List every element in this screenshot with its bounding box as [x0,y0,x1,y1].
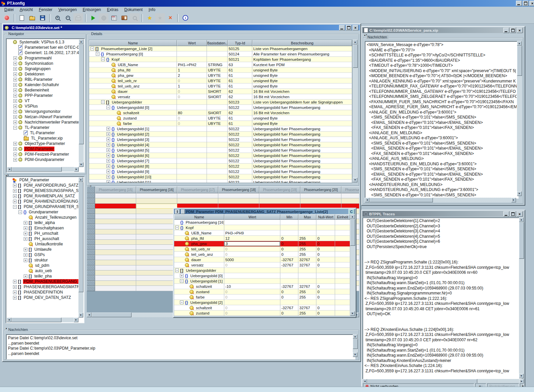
star-insert-button[interactable]: ★ [155,13,165,23]
sheet-cell[interactable] [95,224,136,229]
details-row[interactable]: +{}Uebergangsbild [4]50122Uebergangsbild… [89,142,352,148]
tree-item[interactable]: +[]PDM_ANFORDERUNG_SATZ [7,183,78,188]
param-row[interactable]: schaltzeit0-32767327670 [174,305,350,311]
column-header[interactable]: Einheit [335,214,350,220]
value-edit-field[interactable]: 3 [224,241,280,246]
sheet-cell[interactable] [95,209,136,214]
details-row[interactable]: −[]Phasenuebergaenge_Liste [2]50125Liste… [89,46,352,51]
details-table[interactable]: NameWertBasisdaten..Typ-IdBeschreibung−[… [89,40,352,183]
sheet-cell[interactable] [300,193,341,198]
sheet-cell[interactable] [177,193,218,198]
scroll-down-button[interactable]: ▼ [517,191,522,196]
expand-toggle[interactable]: + [13,290,17,294]
maximize-button[interactable] [523,1,529,6]
expand-toggle[interactable]: + [13,184,17,187]
expand-toggle[interactable]: + [13,121,17,124]
details-row[interactable]: UEB_NamePH1->PH2STRING63Kurztext fuer PD… [89,62,352,67]
sheet-row-header[interactable] [87,204,95,209]
wan-xml-pane[interactable]: <WAN_Service_Message e-dType="0:78"> <NA… [365,41,519,199]
param-table[interactable]: NameWertMinMaxNull-WertEinheit{}Phasenue… [174,214,350,316]
scroll-up-button[interactable]: ▲ [519,217,524,222]
column-header[interactable]: Wert [177,40,207,46]
tree-item[interactable]: +Nachrichtenverteiler Parameter [7,120,79,125]
scroll-thumb[interactable] [79,44,84,144]
expand-toggle[interactable]: − [90,47,94,50]
scroll-down-button[interactable]: ▼ [519,374,524,378]
sheet-cell[interactable] [95,214,136,219]
messages-scrollbar[interactable]: ▲▼ [353,334,358,357]
menu-info[interactable]: Info [146,7,158,12]
sheet-cell[interactable] [136,214,177,219]
param-scrollbar[interactable]: ▲▼ [350,214,355,316]
param-row[interactable]: dauer5000-32767327670 [174,257,350,262]
trace-maximize-button[interactable] [510,211,516,217]
sheet-cell[interactable] [95,260,136,265]
tree-item[interactable]: −[]PDM_GRUNDPARAMETER_SATZ [7,204,78,209]
scroll-down-button[interactable]: ▼ [79,162,83,167]
details-row[interactable]: −{}Uebergangsbild [0]50122Uebergangsbild… [89,105,352,110]
tree-item[interactable]: +[]PHASENDEFINITION [7,289,78,295]
tree-item[interactable]: +PPP-Parameter [7,93,79,98]
sheet-row-header[interactable] [87,198,95,203]
scroll-up-button[interactable]: ▲ [78,177,83,182]
sheet-cell[interactable] [95,286,136,291]
expand-toggle[interactable]: + [106,127,110,131]
tree-item[interactable]: Systematik: VSPlus 6.1.3 [7,39,79,45]
param-spin-button[interactable]: ▲▼ [175,209,180,214]
sheet-cell[interactable] [95,234,136,239]
column-header[interactable]: Typ-Id [228,40,252,46]
stop-button[interactable] [99,13,108,23]
sheet-cell[interactable] [218,198,259,203]
expand-toggle[interactable]: + [24,221,27,225]
scroll-up-button[interactable]: ▲ [353,40,357,44]
tree-item[interactable]: +PDM-Grundparameter [7,157,79,162]
minimize-button[interactable] [516,1,522,6]
expand-toggle[interactable]: + [106,180,110,183]
sheet-cell[interactable] [95,240,136,245]
tree-item[interactable]: TL_Parameter.xip [7,136,79,141]
param-close-button[interactable]: C [348,209,354,214]
expand-toggle[interactable]: + [106,170,110,173]
expand-toggle[interactable]: + [13,194,17,198]
tree-item[interactable]: +Netzan-/Abwurf Parameter [7,114,79,120]
star-add-button[interactable]: ★ [145,13,155,23]
param-row[interactable]: +{}Uebergangsbild [0] [174,273,350,278]
column-header[interactable]: Min [280,214,298,220]
tree-item[interactable]: +[]struktur [7,257,78,263]
tree-item[interactable]: Parameterset fuer ein OTEC-Geraet 00 [7,45,79,50]
sheet-cell[interactable] [95,245,136,250]
sheet-cell[interactable] [136,240,177,245]
sheet-row-header[interactable] [87,193,95,198]
sheet-cell[interactable] [136,286,177,291]
expand-toggle[interactable]: + [13,78,17,81]
tree-item[interactable]: Generiert: 11.06.2002, 17:37:49 [7,50,79,55]
navtree-vscroll[interactable]: ▲▼ [79,39,84,167]
details-row[interactable]: −[]Uebergangsbilder50123Liste von Ueberg… [89,100,352,105]
sheet-row-header[interactable] [87,270,95,275]
sheet-cell[interactable] [136,265,177,270]
param-row[interactable]: farbe002550 [174,295,350,300]
save-button[interactable] [38,13,47,23]
sheet-row-header[interactable] [87,240,95,245]
device-close-button[interactable]: × [352,25,358,30]
scroll-thumb[interactable] [91,313,131,317]
param-row[interactable]: zustand002550 [174,311,350,316]
scroll-thumb[interactable] [350,219,355,246]
details-row[interactable]: +{}Uebergangsbild [10]50122Uebergangsbil… [89,174,352,180]
navtree-hscroll[interactable]: ◄► [7,167,79,172]
sheet-row-header[interactable] [87,286,95,291]
scroll-left-button[interactable]: ◄ [365,198,369,202]
sheet-cell[interactable] [95,219,136,224]
param-pin-button[interactable] [181,209,185,214]
sheet-cell[interactable] [136,224,177,229]
sheet-cell[interactable] [136,198,177,203]
expand-toggle[interactable]: + [13,280,17,283]
expand-toggle[interactable]: − [180,279,184,283]
expand-toggle[interactable]: + [13,200,17,203]
param-row[interactable]: teil_ueb_anz002550 [174,252,350,257]
tree-item[interactable]: +VT [7,98,79,104]
expand-toggle[interactable]: − [96,52,99,56]
tree-item[interactable]: +ObjectType-Parameter [7,141,79,146]
column-header[interactable]: Max [298,214,316,220]
trace-pane[interactable]: OUT(GestoerteDetektoren[1].Channel)=2 OU… [362,217,522,380]
